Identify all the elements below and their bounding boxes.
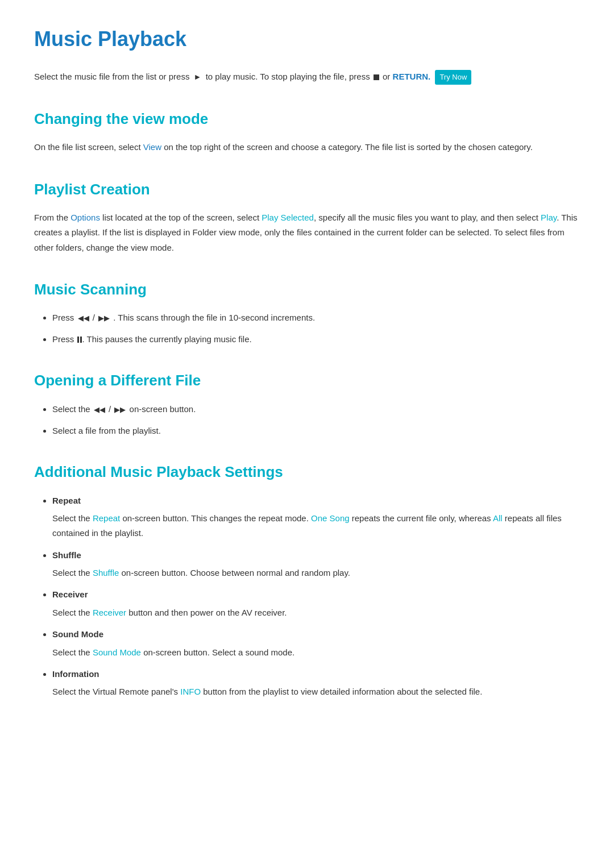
options-keyword: Options xyxy=(70,213,100,222)
info-keyword: INFO xyxy=(180,687,201,696)
section-title-additional-settings: Additional Music Playback Settings xyxy=(34,460,580,484)
section-title-playlist-creation: Playlist Creation xyxy=(34,178,580,202)
view-keyword: View xyxy=(143,142,161,152)
repeat-keyword: Repeat xyxy=(93,513,120,523)
try-now-badge[interactable]: Try Now xyxy=(435,70,471,85)
shuffle-desc: Select the Shuffle on-screen button. Cho… xyxy=(52,566,580,580)
intro-text-before: Select the music file from the list or p… xyxy=(34,72,189,81)
play-selected-keyword: Play Selected xyxy=(262,213,314,222)
list-item-sound-mode: Sound Mode Select the Sound Mode on-scre… xyxy=(52,627,580,660)
list-item: Press . This pauses the currently playin… xyxy=(52,332,580,347)
section-opening-different-file: Opening a Different File Select the ◀◀ /… xyxy=(34,369,580,438)
section-title-changing-view-mode: Changing the view mode xyxy=(34,107,580,131)
section-music-scanning: Music Scanning Press ◀◀ / ▶▶ . This scan… xyxy=(34,278,580,347)
stop-square-icon xyxy=(374,74,379,80)
one-song-keyword: One Song xyxy=(311,513,350,523)
list-item: Press ◀◀ / ▶▶ . This scans through the f… xyxy=(52,310,580,325)
play-arrow-icon: ► xyxy=(194,72,202,81)
receiver-keyword: Receiver xyxy=(93,608,126,617)
list-item-information: Information Select the Virtual Remote pa… xyxy=(52,667,580,700)
next-track-icon: ▶▶ xyxy=(114,405,126,414)
list-item-shuffle: Shuffle Select the Shuffle on-screen but… xyxy=(52,548,580,581)
section-para-playlist-creation: From the Options list located at the top… xyxy=(34,210,580,255)
opening-file-list: Select the ◀◀ / ▶▶ on-screen button. Sel… xyxy=(34,402,580,438)
repeat-label: Repeat xyxy=(52,496,81,505)
page-title: Music Playback xyxy=(34,23,580,56)
section-playlist-creation: Playlist Creation From the Options list … xyxy=(34,178,580,255)
intro-text-middle: to play music. To stop playing the file,… xyxy=(206,72,370,81)
intro-paragraph: Select the music file from the list or p… xyxy=(34,69,580,85)
receiver-desc: Select the Receiver button and then powe… xyxy=(52,605,580,620)
additional-settings-list: Repeat Select the Repeat on-screen butto… xyxy=(34,493,580,700)
receiver-label: Receiver xyxy=(52,589,88,599)
section-changing-view-mode: Changing the view mode On the file list … xyxy=(34,107,580,155)
shuffle-label: Shuffle xyxy=(52,550,81,560)
pause-icon xyxy=(77,337,82,343)
list-item: Select the ◀◀ / ▶▶ on-screen button. xyxy=(52,402,580,417)
section-title-opening-different-file: Opening a Different File xyxy=(34,369,580,393)
return-label: RETURN. xyxy=(393,72,431,81)
prev-track-icon: ◀◀ xyxy=(94,405,105,414)
list-item: Select a file from the playlist. xyxy=(52,423,580,438)
rewind-icon: ◀◀ xyxy=(78,314,89,322)
information-label: Information xyxy=(52,669,99,679)
information-desc: Select the Virtual Remote panel's INFO b… xyxy=(52,684,580,699)
list-item-repeat: Repeat Select the Repeat on-screen butto… xyxy=(52,493,580,541)
music-scanning-list: Press ◀◀ / ▶▶ . This scans through the f… xyxy=(34,310,580,346)
repeat-desc: Select the Repeat on-screen button. This… xyxy=(52,511,580,541)
sound-mode-desc: Select the Sound Mode on-screen button. … xyxy=(52,645,580,660)
shuffle-keyword: Shuffle xyxy=(93,568,119,578)
all-keyword: All xyxy=(493,513,503,523)
section-additional-settings: Additional Music Playback Settings Repea… xyxy=(34,460,580,700)
sound-mode-keyword: Sound Mode xyxy=(93,647,141,657)
intro-text-or: or xyxy=(383,72,390,81)
list-item-receiver: Receiver Select the Receiver button and … xyxy=(52,587,580,620)
section-title-music-scanning: Music Scanning xyxy=(34,278,580,302)
fast-forward-icon: ▶▶ xyxy=(98,314,110,322)
section-para-changing-view-mode: On the file list screen, select View on … xyxy=(34,140,580,155)
sound-mode-label: Sound Mode xyxy=(52,629,103,639)
play-keyword: Play xyxy=(541,213,557,222)
